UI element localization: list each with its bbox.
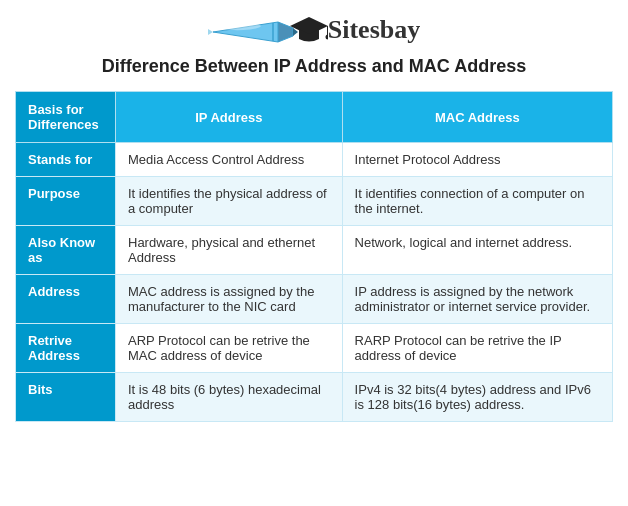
cell-basis: Bits — [16, 373, 116, 422]
cell-mac: Internet Protocol Address — [342, 143, 612, 177]
cell-ip: Media Access Control Address — [116, 143, 343, 177]
header-mac: MAC Address — [342, 92, 612, 143]
page-title: Difference Between IP Address and MAC Ad… — [15, 56, 613, 77]
cell-ip: MAC address is assigned by the manufactu… — [116, 275, 343, 324]
cell-ip: It is 48 bits (6 bytes) hexadecimal addr… — [116, 373, 343, 422]
cell-basis: Also Know as — [16, 226, 116, 275]
graduation-cap-icon — [290, 13, 328, 45]
cell-basis: Purpose — [16, 177, 116, 226]
table-row: Stands forMedia Access Control AddressIn… — [16, 143, 613, 177]
cell-mac: IPv4 is 32 bits(4 bytes) address and IPv… — [342, 373, 612, 422]
cell-basis: Address — [16, 275, 116, 324]
header-basis: Basis for Differences — [16, 92, 116, 143]
header-ip: IP Address — [116, 92, 343, 143]
cell-mac: It identifies connection of a computer o… — [342, 177, 612, 226]
cell-mac: IP address is assigned by the network ad… — [342, 275, 612, 324]
comparison-table: Basis for Differences IP Address MAC Add… — [15, 91, 613, 422]
cell-ip: It identifies the physical address of a … — [116, 177, 343, 226]
cell-basis: Retrive Address — [16, 324, 116, 373]
cell-mac: Network, logical and internet address. — [342, 226, 612, 275]
table-row: PurposeIt identifies the physical addres… — [16, 177, 613, 226]
cell-mac: RARP Protocol can be retrive the IP addr… — [342, 324, 612, 373]
table-row: Retrive AddressARP Protocol can be retri… — [16, 324, 613, 373]
cell-ip: ARP Protocol can be retrive the MAC addr… — [116, 324, 343, 373]
pen-icon — [208, 14, 298, 50]
logo-area: Sitesbay — [15, 10, 613, 50]
table-row: Also Know asHardware, physical and ether… — [16, 226, 613, 275]
table-row: AddressMAC address is assigned by the ma… — [16, 275, 613, 324]
cell-ip: Hardware, physical and ethernet Address — [116, 226, 343, 275]
table-row: BitsIt is 48 bits (6 bytes) hexadecimal … — [16, 373, 613, 422]
svg-marker-1 — [208, 29, 213, 35]
logo-text: Sitesbay — [328, 15, 420, 45]
svg-marker-6 — [290, 17, 328, 35]
cell-basis: Stands for — [16, 143, 116, 177]
